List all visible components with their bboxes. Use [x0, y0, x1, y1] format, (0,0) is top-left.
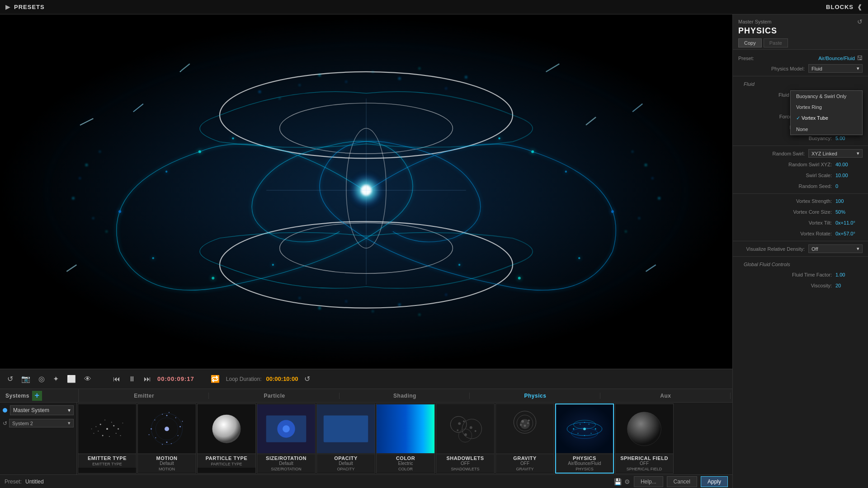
- svg-point-119: [521, 420, 524, 422]
- collapse-icon[interactable]: ❰: [857, 4, 863, 10]
- pause-button[interactable]: ⏸: [127, 373, 137, 385]
- dropdown-none[interactable]: None: [791, 124, 862, 135]
- frame-button[interactable]: ⬜: [65, 373, 78, 385]
- random-swirl-value: XYZ Linked: [811, 151, 837, 156]
- viewport-area: ↺ 📷 ◎ ✦ ⬜ 👁 ⏮ ⏸ ⏭ 00:00:09:17 🔁 Loop Dur…: [0, 14, 732, 488]
- paste-button[interactable]: Paste: [764, 38, 788, 47]
- svg-point-33: [652, 178, 653, 179]
- thumb-physics[interactable]: PHYSICS Air/Bounce/Fluid PHYSICS: [555, 404, 614, 474]
- cancel-button[interactable]: Cancel: [667, 476, 697, 487]
- tab-emitter[interactable]: Emitter: [80, 393, 209, 399]
- goto-start-button[interactable]: ⏮: [111, 373, 122, 385]
- svg-point-122: [520, 424, 522, 426]
- thumb-spherical-field[interactable]: SPHERICAL FIELD OFF SPHERICAL FIELD: [615, 404, 674, 474]
- system2-dropdown[interactable]: System 2 ▾: [9, 419, 74, 427]
- sphere-sub-label: OFF: [617, 461, 671, 466]
- visibility-dot[interactable]: [3, 408, 7, 413]
- eye-button[interactable]: 👁: [82, 373, 93, 385]
- settings-icon[interactable]: ⚙: [624, 478, 630, 485]
- tab-particle[interactable]: Particle: [210, 393, 339, 399]
- opacity-thumb-img: [317, 404, 375, 454]
- tab-shading[interactable]: Shading: [340, 393, 470, 399]
- dropdown-buoyancy[interactable]: Buoyancy & Swirl Only: [791, 91, 862, 102]
- physics-main-label: PHYSICS: [558, 455, 611, 461]
- viscosity-row: Viscosity: 20: [733, 280, 868, 291]
- dropdown-vortex-ring[interactable]: Vortex Ring: [791, 102, 862, 113]
- vortex-rotate-value: 0x+57.0°: [835, 231, 863, 236]
- svg-point-43: [299, 297, 300, 299]
- physics-model-dropdown[interactable]: Fluid ▾: [808, 64, 863, 73]
- right-panel: Master System ↺ PHYSICS Copy Paste Prese…: [732, 14, 868, 488]
- svg-point-66: [98, 431, 99, 432]
- thumb-shadowlets[interactable]: SHADOWLETS OFF SHADOWLETS: [436, 404, 495, 474]
- svg-point-95: [165, 427, 169, 431]
- right-panel-header: Master System ↺ PHYSICS Copy Paste: [733, 14, 868, 50]
- save-preset-btn[interactable]: 🖫: [857, 55, 863, 61]
- reset-physics-icon[interactable]: ↺: [857, 18, 863, 25]
- svg-point-91: [182, 421, 183, 422]
- random-swirl-dropdown[interactable]: XYZ Linked ▾: [808, 149, 863, 158]
- svg-point-19: [212, 277, 214, 280]
- sphere-thumb-img: [615, 404, 673, 454]
- size-cat-label: SIZE/ROTATION: [259, 467, 313, 471]
- thumb-particle-type[interactable]: PARTICLE TYPE PARTICLE TYPE: [197, 404, 256, 474]
- copy-button[interactable]: Copy: [738, 38, 762, 47]
- thumb-size-rotation[interactable]: SIZE/ROTATION Default SIZE/ROTATION: [257, 404, 316, 474]
- back-arrow-icon[interactable]: ▶: [5, 4, 10, 10]
- random-seed-value: 0: [835, 183, 863, 189]
- emitter-thumb-img: [78, 404, 136, 454]
- svg-point-11: [578, 257, 580, 259]
- vortex-core-label: Vortex Core Size:: [738, 209, 835, 215]
- tab-physics[interactable]: Physics: [471, 393, 600, 399]
- svg-point-63: [106, 428, 108, 430]
- magic-button[interactable]: ✦: [51, 373, 61, 385]
- svg-point-88: [154, 419, 155, 420]
- size-main-label: SIZE/ROTATION: [259, 455, 313, 461]
- presets-section: ▶ PRESETS: [5, 4, 45, 10]
- svg-point-26: [419, 68, 420, 69]
- thumb-color[interactable]: COLOR Electric COLOR: [376, 404, 435, 474]
- random-swirl-label: Random Swirl:: [738, 151, 808, 156]
- global-fluid-label: Global Fluid Controls: [738, 260, 796, 268]
- tab-aux[interactable]: Aux: [601, 393, 731, 399]
- svg-point-93: [169, 412, 170, 413]
- motion-label-area: MOTION Default MOTION: [138, 454, 196, 473]
- swirl-scale-row: Swirl Scale: 10.00: [733, 170, 868, 181]
- svg-point-82: [175, 417, 176, 418]
- undo-button[interactable]: ↺: [5, 373, 15, 385]
- bottom-panel-body: Master System ▾ ↺ System 2 ▾: [0, 403, 732, 474]
- refresh-icon[interactable]: ↺: [3, 420, 7, 427]
- add-system-button[interactable]: +: [32, 391, 42, 401]
- loop-button[interactable]: 🔁: [209, 373, 222, 385]
- buoyancy-value: 5.00: [835, 136, 863, 141]
- thumb-opacity[interactable]: OPACITY Default OPACITY: [316, 404, 375, 474]
- save-preset-icon[interactable]: 💾: [614, 478, 622, 485]
- help-button[interactable]: Help...: [634, 476, 663, 487]
- physics-cat-label: PHYSICS: [558, 467, 611, 471]
- random-swirl-row: Random Swirl: XYZ Linked ▾: [733, 148, 868, 159]
- presets-label: PRESETS: [14, 4, 45, 10]
- reset-button[interactable]: ↺: [302, 373, 312, 385]
- master-system-dropdown[interactable]: Master System ▾: [10, 405, 74, 415]
- goto-end-button[interactable]: ⏭: [142, 373, 153, 385]
- svg-point-12: [518, 277, 521, 280]
- svg-point-71: [118, 428, 119, 430]
- random-seed-label: Random Seed:: [738, 183, 835, 189]
- color-sub-label: Electric: [378, 461, 433, 466]
- dropdown-vortex-tube[interactable]: Vortex Tube: [791, 113, 862, 124]
- fluid-time-factor-row: Fluid Time Factor: 1.00: [733, 269, 868, 280]
- visualize-rel-density-dropdown[interactable]: Off ▾: [808, 244, 863, 253]
- thumb-gravity[interactable]: GRAVITY OFF GRAVITY: [495, 404, 554, 474]
- swirl-scale-value: 10.00: [835, 173, 863, 178]
- viewport-canvas: [0, 14, 732, 369]
- visualize-rel-density-value: Off: [811, 246, 818, 252]
- apply-button[interactable]: Apply: [701, 476, 728, 487]
- thumb-emitter-type[interactable]: EMITTER TYPE EMITTER TYPE: [78, 404, 137, 474]
- svg-point-83: [179, 426, 181, 427]
- camera-button[interactable]: 📷: [19, 373, 32, 385]
- svg-point-20: [272, 264, 274, 266]
- thumb-motion[interactable]: MOTION Default MOTION: [137, 404, 196, 474]
- emitter-button[interactable]: ◎: [37, 373, 47, 385]
- preset-icons: 💾 ⚙: [614, 478, 630, 485]
- fluid-force-dropdown-menu[interactable]: Buoyancy & Swirl Only Vortex Ring Vortex…: [790, 90, 863, 135]
